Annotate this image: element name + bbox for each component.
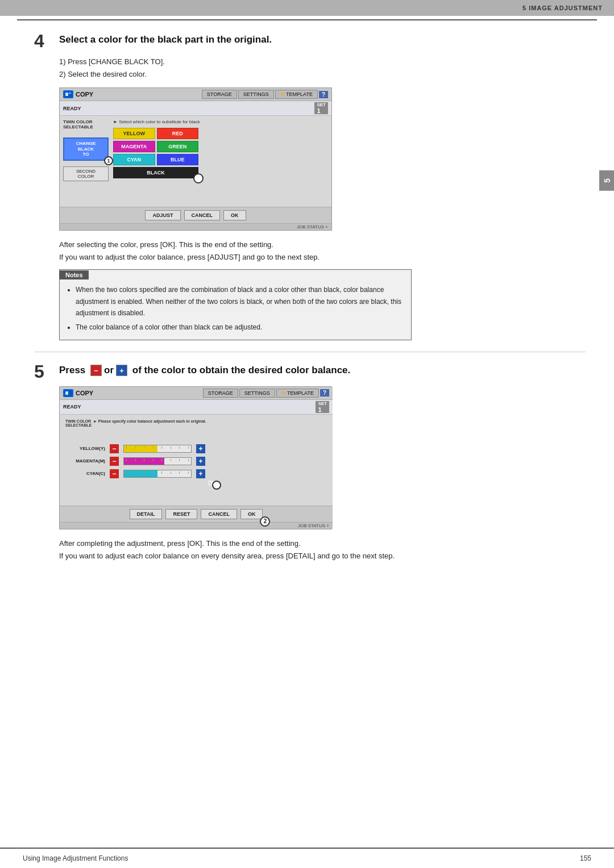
ok-btn[interactable]: OK xyxy=(223,210,246,220)
sliders-container: YELLOW(Y) − + xyxy=(65,441,327,482)
step5-section: 5 Press − or + of the color to obtain th… xyxy=(34,362,586,562)
cancel-btn[interactable]: CANCEL xyxy=(184,210,221,220)
color-cyan-btn[interactable]: CYAN xyxy=(113,154,155,165)
color-blue-btn[interactable]: BLUE xyxy=(157,154,199,165)
step5-post-text-1: After completing the adjustment, press [… xyxy=(59,537,586,550)
color-green-btn[interactable]: GREEN xyxy=(157,141,199,152)
twin-color-label: TWIN COLORSELECTABLE xyxy=(63,119,109,130)
color-yellow-btn[interactable]: YELLOW xyxy=(113,128,155,139)
cb-cancel-btn[interactable]: CANCEL xyxy=(201,509,237,519)
cb-twin-label: TWIN COLOR ► Please specify color balanc… xyxy=(65,419,327,427)
step4-title: Select a color for the black part in the… xyxy=(59,34,272,45)
tab-bar: STORAGE SETTINGS ★ TEMPLATE ? xyxy=(202,90,328,99)
color-grid: YELLOW RED MAGENTA GREEN CYAN BLUE BLACK… xyxy=(113,128,198,178)
cyan-minus-btn[interactable]: − xyxy=(110,469,119,478)
cb-ok-btn[interactable]: OK 2 xyxy=(240,509,263,519)
header-bar: 5 IMAGE ADJUSTMENT xyxy=(0,0,614,16)
cb-help-button[interactable]: ? xyxy=(320,389,329,397)
yellow-slider-row: YELLOW(Y) − + xyxy=(71,444,327,453)
step4-instructions: 1) Press [CHANGE BLACK TO]. 2) Select th… xyxy=(59,56,586,81)
plus-button-icon: + xyxy=(116,365,127,376)
magenta-plus-btn[interactable]: + xyxy=(196,457,205,466)
magenta-track xyxy=(123,457,192,465)
page-footer: Using Image Adjustment Functions 155 xyxy=(0,848,614,868)
right-panel: ► Select which color to substitute for b… xyxy=(113,119,328,203)
color-magenta-btn[interactable]: MAGENTA xyxy=(113,141,155,152)
detail-btn[interactable]: DETAIL xyxy=(130,509,163,519)
step5-screenshot: COPY STORAGE SETTINGS ★ TEMPLATE ? READY xyxy=(59,386,332,529)
set-badge: SET1 xyxy=(314,102,328,114)
cb-tab-storage[interactable]: STORAGE xyxy=(203,389,238,398)
yellow-minus-btn[interactable]: − xyxy=(110,444,119,453)
cyan-track xyxy=(123,470,192,478)
step4-post-text: After selecting the color, press [OK]. T… xyxy=(59,239,586,264)
copy-label: COPY xyxy=(76,91,93,98)
reset-btn[interactable]: RESET xyxy=(165,509,197,519)
yellow-label: YELLOW(Y) xyxy=(71,446,105,451)
step4-instruction-2: 2) Select the desired color. xyxy=(59,68,586,81)
copy-ui-step4: COPY STORAGE SETTINGS ★ TEMPLATE ? READY… xyxy=(60,88,331,230)
color-black-btn[interactable]: BLACK 2 xyxy=(113,167,198,178)
cb-ready-status: READY xyxy=(63,404,81,410)
job-status-step4: JOB STATUS + xyxy=(60,223,331,230)
notes-header: Notes xyxy=(60,270,89,279)
tick-marks-magenta xyxy=(126,459,189,461)
tick-marks-yellow xyxy=(126,446,189,449)
yellow-plus-btn[interactable]: + xyxy=(196,444,205,453)
step-indicator-1: 1 xyxy=(104,156,113,165)
step5-post-text: After completing the adjustment, press [… xyxy=(59,537,586,562)
svg-rect-2 xyxy=(69,93,71,94)
side-tab: 5 xyxy=(599,170,614,191)
copy-header: COPY STORAGE SETTINGS ★ TEMPLATE ? xyxy=(60,88,331,101)
step-indicator-2: 2 xyxy=(193,173,204,183)
magenta-minus-btn[interactable]: − xyxy=(110,457,119,466)
section-divider xyxy=(34,352,586,352)
copy-icon xyxy=(63,90,73,98)
yellow-track xyxy=(123,445,192,453)
adjust-btn[interactable]: ADJUST xyxy=(145,210,180,220)
cb-status-bar: READY SET1 xyxy=(60,400,333,415)
change-black-btn[interactable]: CHANGEBLACKTO xyxy=(63,137,109,161)
note-item-2: The color balance of a color other than … xyxy=(76,322,404,333)
step4-screenshot: COPY STORAGE SETTINGS ★ TEMPLATE ? READY… xyxy=(59,87,332,231)
step5-title-post: of the color to obtain the desired color… xyxy=(132,365,351,375)
cb-tab-settings[interactable]: SETTINGS xyxy=(239,389,275,398)
cb-label: COPY xyxy=(76,390,93,397)
footer-left: Using Image Adjustment Functions xyxy=(23,854,128,862)
step4-number: 4 xyxy=(34,32,51,50)
help-button[interactable]: ? xyxy=(319,91,328,98)
notes-box: Notes When the two colors specified are … xyxy=(59,269,412,340)
cb-star-icon: ★ xyxy=(281,390,286,396)
svg-rect-4 xyxy=(65,391,68,395)
magenta-slider-row: MAGENTA(M) − + xyxy=(71,457,327,466)
color-red-btn[interactable]: RED xyxy=(157,128,199,139)
cb-ui: COPY STORAGE SETTINGS ★ TEMPLATE ? READY xyxy=(60,387,333,529)
star-icon: ★ xyxy=(280,91,285,97)
cyan-slider-row: CYAN(C) − xyxy=(71,469,327,478)
note-item-1: When the two colors specified are the co… xyxy=(76,284,404,319)
step5-post-text-2: If you want to adjust each color balance… xyxy=(59,550,586,562)
svg-rect-1 xyxy=(65,93,68,96)
copy-status-bar: READY SET1 xyxy=(60,101,331,116)
cb-tab-template[interactable]: ★ TEMPLATE xyxy=(276,389,319,398)
chapter-title: 5 IMAGE ADJUSTMENT xyxy=(522,5,603,11)
notes-body: When the two colors specified are the co… xyxy=(60,279,411,340)
cb-set-badge: SET1 xyxy=(316,401,329,413)
step5-title-pre: Press xyxy=(59,365,85,375)
cb-tab-bar: STORAGE SETTINGS ★ TEMPLATE ? xyxy=(203,389,329,398)
tab-settings[interactable]: SETTINGS xyxy=(238,90,274,99)
left-panel: TWIN COLORSELECTABLE CHANGEBLACKTO 1 SEC… xyxy=(63,119,109,203)
second-color-btn[interactable]: SECONDCOLOR xyxy=(63,166,109,181)
cyan-plus-btn[interactable]: + ☞ 1 xyxy=(196,469,205,478)
step4-heading: 4 Select a color for the black part in t… xyxy=(34,32,586,50)
or-text: or xyxy=(104,365,114,376)
step5-indicator-1: 1 xyxy=(212,481,221,490)
ready-status: READY xyxy=(63,106,81,111)
tab-storage[interactable]: STORAGE xyxy=(202,90,237,99)
select-text: ► Select which color to substitute for b… xyxy=(113,119,328,124)
cb-body: TWIN COLOR ► Please specify color balanc… xyxy=(60,415,333,506)
notes-list: When the two colors specified are the co… xyxy=(67,284,404,333)
tab-template[interactable]: ★ TEMPLATE xyxy=(275,90,318,99)
copy-body-step4: TWIN COLORSELECTABLE CHANGEBLACKTO 1 SEC… xyxy=(60,116,331,207)
cb-header: COPY STORAGE SETTINGS ★ TEMPLATE ? xyxy=(60,387,333,400)
